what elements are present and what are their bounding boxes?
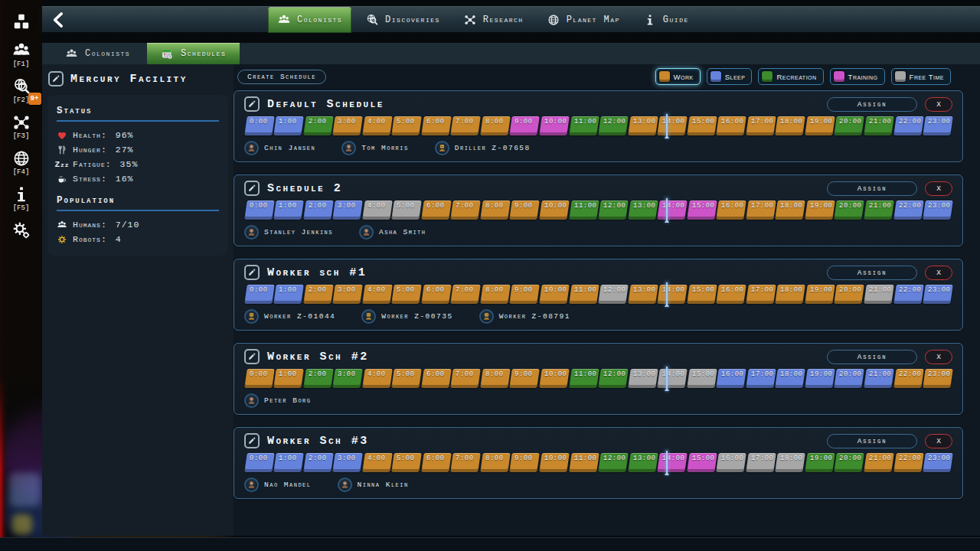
time-cell-16-00-work[interactable]: 16:00	[716, 201, 746, 220]
edit-schedule-button[interactable]	[244, 265, 260, 280]
sidebar-item-info[interactable]: [F5]	[11, 184, 31, 212]
edit-facility-button[interactable]	[48, 71, 64, 86]
member-chip-peter-borg[interactable]: Peter Borg	[244, 393, 312, 408]
time-cell-13-00-recreation[interactable]: 13:00	[628, 201, 658, 220]
sidebar-item-cargo-cubes[interactable]	[11, 12, 31, 32]
nav-item-guide[interactable]: Guide	[634, 7, 698, 33]
time-cell-2-00-sleep[interactable]: 2:00	[303, 201, 333, 220]
create-schedule-button[interactable]: Create Schedule	[237, 70, 326, 84]
assign-button[interactable]: Assign	[827, 97, 917, 112]
member-chip-ninna-klein[interactable]: Ninna Klein	[338, 478, 409, 492]
time-cell-19-00-recreation[interactable]: 19:00	[805, 453, 835, 472]
time-cell-15-00-work[interactable]: 15:00	[687, 285, 717, 304]
time-cell-8-00-work[interactable]: 8:00	[480, 116, 510, 135]
time-cell-7-00-work[interactable]: 7:00	[451, 369, 481, 388]
time-cell-8-00-work[interactable]: 8:00	[480, 453, 510, 472]
time-cell-11-00-work[interactable]: 11:00	[569, 453, 599, 472]
time-cell-6-00-work[interactable]: 6:00	[421, 453, 451, 472]
time-cell-15-00-training[interactable]: 15:00	[687, 453, 717, 472]
sidebar-item-settings[interactable]	[11, 220, 31, 240]
time-cell-18-00-sleep[interactable]: 18:00	[776, 369, 805, 388]
time-cell-22-00-sleep[interactable]: 22:00	[893, 116, 923, 135]
time-cell-14-00-training[interactable]: 14:00	[657, 453, 687, 472]
time-cell-20-00-recreation[interactable]: 20:00	[835, 116, 864, 135]
time-cell-1-00-sleep[interactable]: 1:00	[273, 116, 303, 135]
time-cell-4-00-work[interactable]: 4:00	[362, 369, 392, 388]
member-chip-asha-smith[interactable]: Asha Smith	[359, 225, 426, 240]
time-cell-7-00-work[interactable]: 7:00	[451, 285, 481, 304]
time-cell-2-00-sleep[interactable]: 2:00	[303, 453, 333, 472]
time-cell-22-00-sleep[interactable]: 22:00	[893, 285, 923, 304]
time-cell-9-00-work[interactable]: 9:00	[510, 285, 540, 304]
member-chip-stanley-jenkins[interactable]: Stanley Jenkins	[244, 225, 333, 240]
time-cell-9-00-training[interactable]: 9:00	[510, 116, 540, 135]
legend-work-button[interactable]: Work	[655, 68, 701, 85]
edit-schedule-button[interactable]	[244, 349, 260, 364]
member-chip-worker-z-08791[interactable]: Worker Z-08791	[479, 309, 570, 324]
sidebar-item-research[interactable]: [F3]	[11, 112, 31, 140]
time-cell-12-00-recreation[interactable]: 12:00	[598, 369, 628, 388]
time-cell-18-00-work[interactable]: 18:00	[776, 285, 805, 304]
time-cell-12-00-free[interactable]: 12:00	[598, 285, 628, 304]
time-cell-23-00-sleep[interactable]: 23:00	[923, 201, 952, 220]
time-cell-19-00-work[interactable]: 19:00	[805, 116, 835, 135]
time-cell-22-00-work[interactable]: 22:00	[893, 453, 923, 472]
time-cell-7-00-work[interactable]: 7:00	[451, 201, 481, 220]
time-cell-8-00-work[interactable]: 8:00	[480, 369, 510, 388]
time-cell-3-00-sleep[interactable]: 3:00	[332, 453, 362, 472]
time-cell-21-00-recreation[interactable]: 21:00	[864, 116, 893, 135]
time-cell-6-00-work[interactable]: 6:00	[421, 201, 451, 220]
time-cell-5-00-work[interactable]: 5:00	[391, 369, 421, 388]
time-cell-11-00-work[interactable]: 11:00	[569, 285, 599, 304]
time-cell-13-00-work[interactable]: 13:00	[628, 285, 658, 304]
time-cell-6-00-work[interactable]: 6:00	[421, 369, 451, 388]
time-cell-3-00-work[interactable]: 3:00	[332, 285, 362, 304]
time-cell-10-00-work[interactable]: 10:00	[539, 369, 569, 388]
nav-item-discoveries[interactable]: Discoveries	[356, 7, 449, 33]
back-button[interactable]	[49, 10, 69, 30]
time-cell-14-00-work[interactable]: 14:00	[657, 116, 687, 135]
time-cell-5-00-work[interactable]: 5:00	[391, 116, 421, 135]
assign-button[interactable]: Assign	[827, 434, 917, 448]
time-cell-4-00-work[interactable]: 4:00	[362, 453, 392, 472]
time-cell-16-00-work[interactable]: 16:00	[716, 285, 746, 304]
member-chip-chin-jansen[interactable]: Chin Jansen	[244, 141, 315, 155]
delete-schedule-button[interactable]: X	[925, 266, 952, 280]
time-cell-0-00-sleep[interactable]: 0:00	[244, 285, 274, 304]
time-cell-21-00-sleep[interactable]: 21:00	[864, 369, 893, 388]
delete-schedule-button[interactable]: X	[925, 97, 952, 112]
time-cell-3-00-recreation[interactable]: 3:00	[332, 369, 362, 388]
member-chip-tom-morris[interactable]: Tom Morris	[341, 141, 409, 155]
time-cell-2-00-work[interactable]: 2:00	[303, 285, 333, 304]
legend-free-time-button[interactable]: Free Time	[891, 68, 951, 85]
time-cell-8-00-work[interactable]: 8:00	[480, 285, 510, 304]
time-cell-13-00-recreation[interactable]: 13:00	[628, 453, 658, 472]
time-cell-10-00-work[interactable]: 10:00	[539, 285, 569, 304]
time-cell-20-00-sleep[interactable]: 20:00	[835, 369, 864, 388]
time-cell-16-00-sleep[interactable]: 16:00	[716, 369, 746, 388]
time-cell-17-00-sleep[interactable]: 17:00	[746, 369, 776, 388]
time-cell-14-00-training[interactable]: 14:00	[657, 201, 687, 220]
time-cell-18-00-work[interactable]: 18:00	[776, 116, 805, 135]
time-cell-0-00-sleep[interactable]: 0:00	[244, 453, 274, 472]
time-cell-2-00-recreation[interactable]: 2:00	[303, 116, 333, 135]
time-cell-5-00-work[interactable]: 5:00	[391, 453, 421, 472]
nav-item-colonists[interactable]: Colonists	[268, 7, 351, 33]
time-cell-17-00-work[interactable]: 17:00	[746, 116, 776, 135]
delete-schedule-button[interactable]: X	[925, 181, 952, 196]
time-cell-19-00-sleep[interactable]: 19:00	[805, 369, 835, 388]
time-cell-5-00-work[interactable]: 5:00	[391, 285, 421, 304]
time-cell-12-00-recreation[interactable]: 12:00	[598, 201, 628, 220]
time-cell-13-00-free[interactable]: 13:00	[628, 369, 658, 388]
time-cell-17-00-free[interactable]: 17:00	[746, 453, 776, 472]
time-cell-21-00-recreation[interactable]: 21:00	[864, 201, 893, 220]
time-cell-9-00-work[interactable]: 9:00	[510, 201, 540, 220]
time-cell-8-00-work[interactable]: 8:00	[480, 201, 510, 220]
time-cell-21-00-work[interactable]: 21:00	[864, 453, 893, 472]
time-cell-20-00-recreation[interactable]: 20:00	[835, 201, 864, 220]
edit-schedule-button[interactable]	[244, 433, 260, 448]
delete-schedule-button[interactable]: X	[925, 350, 952, 364]
time-cell-19-00-work[interactable]: 19:00	[805, 285, 835, 304]
edit-schedule-button[interactable]	[244, 181, 260, 196]
time-cell-1-00-sleep[interactable]: 1:00	[273, 201, 303, 220]
